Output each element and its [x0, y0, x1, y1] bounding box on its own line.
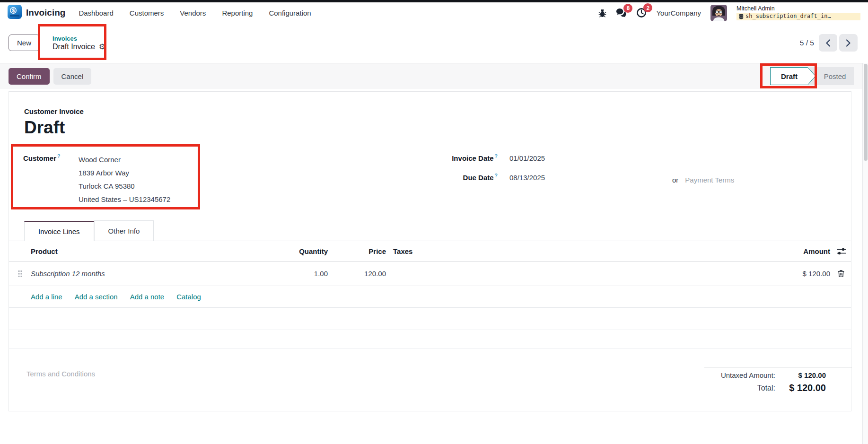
pager-count: 5 / 5: [800, 39, 814, 47]
activities-clock-icon[interactable]: 2: [636, 8, 647, 18]
due-date-label: Due Date?: [442, 173, 498, 182]
app-brand[interactable]: $ Invoicing: [8, 5, 65, 21]
or-label: or: [672, 176, 678, 184]
add-line-link[interactable]: Add a line: [31, 293, 62, 301]
menu-vendors[interactable]: Vendors: [180, 9, 206, 17]
total-value: $ 120.00: [775, 383, 826, 393]
col-header-amount[interactable]: Amount: [737, 247, 830, 255]
dates-fields: Invoice Date? 01/01/2025 Due Date? 08/13…: [442, 153, 545, 182]
untaxed-amount-label: Untaxed Amount:: [704, 371, 775, 379]
payment-terms-field: or Payment Terms: [672, 176, 734, 184]
menu-reporting[interactable]: Reporting: [222, 9, 253, 17]
tab-other-info[interactable]: Other Info: [94, 220, 154, 241]
scrollbar-thumb[interactable]: [864, 64, 868, 161]
trash-icon: [837, 270, 845, 278]
database-indicator: sh_subscription_draft_in…: [736, 13, 860, 20]
line-actions-row: Add a line Add a section Add a note Cata…: [9, 286, 851, 308]
line-amount-cell: $ 120.00: [737, 270, 830, 278]
breadcrumb: Invoices Draft Invoice ⚙︎: [53, 35, 105, 51]
line-quantity-cell[interactable]: 1.00: [245, 270, 328, 278]
menu-customers[interactable]: Customers: [130, 9, 164, 17]
delete-line-button[interactable]: [830, 270, 852, 278]
add-section-link[interactable]: Add a section: [75, 293, 118, 301]
optional-columns-button[interactable]: [830, 247, 852, 255]
customer-label: Customer?: [23, 153, 79, 206]
terms-and-conditions-input[interactable]: Terms and Conditions: [26, 370, 95, 378]
record-pager: 5 / 5: [800, 34, 858, 52]
user-menu[interactable]: Mitchell Admin sh_subscription_draft_in…: [736, 5, 860, 20]
line-product-cell[interactable]: Subscription 12 months: [31, 270, 245, 278]
help-question-icon: ?: [57, 153, 60, 159]
catalog-link[interactable]: Catalog: [176, 293, 201, 301]
vertical-scrollbar[interactable]: [862, 63, 868, 444]
untaxed-amount-value: $ 120.00: [775, 371, 826, 379]
cancel-button[interactable]: Cancel: [53, 68, 92, 85]
activities-badge: 2: [643, 3, 652, 12]
notebook-tabs: Invoice Lines Other Info: [9, 220, 851, 241]
col-header-taxes[interactable]: Taxes: [386, 247, 737, 255]
due-date-input[interactable]: 08/13/2025: [509, 174, 545, 182]
new-button[interactable]: New: [9, 35, 40, 51]
help-question-icon: ?: [495, 153, 498, 159]
invoice-date-input[interactable]: 01/01/2025: [509, 154, 545, 162]
customer-value: Wood Corner 1839 Arbor Way Turlock CA 95…: [79, 153, 170, 206]
table-header-row: Product Quantity Price Taxes Amount: [9, 241, 851, 261]
totals-block: Untaxed Amount: $ 120.00 Total: $ 120.00: [704, 367, 852, 393]
state-widget: Draft Posted: [770, 67, 854, 85]
invoice-date-field: Invoice Date? 01/01/2025: [442, 153, 545, 162]
main-menu: Dashboard Customers Vendors Reporting Co…: [79, 9, 311, 17]
customer-address-line: 1839 Arbor Way: [79, 166, 170, 180]
user-name: Mitchell Admin: [736, 5, 860, 12]
tab-invoice-lines[interactable]: Invoice Lines: [24, 221, 94, 241]
user-avatar[interactable]: [710, 5, 727, 21]
col-header-price[interactable]: Price: [328, 247, 386, 255]
debug-bug-icon[interactable]: [598, 9, 606, 17]
breadcrumb-invoices-link[interactable]: Invoices: [53, 35, 105, 42]
menu-dashboard[interactable]: Dashboard: [79, 9, 113, 17]
messages-icon[interactable]: 8: [616, 8, 627, 18]
top-navbar: $ Invoicing Dashboard Customers Vendors …: [0, 2, 868, 23]
drag-handle-icon[interactable]: [9, 270, 31, 278]
state-draft[interactable]: Draft: [770, 67, 816, 85]
line-price-cell[interactable]: 120.00: [328, 270, 386, 278]
sliders-icon: [836, 247, 846, 255]
add-note-link[interactable]: Add a note: [130, 293, 165, 301]
form-status-bar: Confirm Cancel Draft Posted: [0, 63, 862, 89]
document-type-label: Customer Invoice: [24, 107, 84, 115]
invoice-line-row[interactable]: Subscription 12 months 1.00 120.00 $ 120…: [9, 261, 851, 286]
svg-text:$: $: [12, 8, 15, 13]
invoicing-app-icon: $: [8, 5, 22, 21]
database-icon: [739, 14, 744, 19]
confirm-button[interactable]: Confirm: [9, 68, 50, 85]
empty-table-row: [9, 308, 851, 330]
col-header-quantity[interactable]: Quantity: [245, 247, 328, 255]
company-switcher[interactable]: YourCompany: [656, 9, 701, 17]
state-posted[interactable]: Posted: [816, 67, 854, 85]
total-label: Total:: [704, 384, 775, 392]
payment-terms-input[interactable]: Payment Terms: [685, 176, 734, 184]
chevron-left-icon: [825, 39, 831, 47]
invoice-state-title: Draft: [24, 118, 65, 138]
invoice-date-label: Invoice Date?: [442, 153, 498, 162]
messages-badge: 8: [623, 4, 632, 13]
empty-table-row: [9, 330, 851, 349]
pager-next-button[interactable]: [839, 34, 858, 52]
chevron-right-icon: [846, 39, 851, 47]
control-panel: New Invoices Draft Invoice ⚙︎ 5 / 5: [0, 23, 866, 63]
invoice-lines-table: Product Quantity Price Taxes Amount: [9, 241, 851, 349]
navbar-right: 8 2 YourCompany: [598, 5, 860, 21]
app-title: Invoicing: [26, 8, 65, 18]
customer-address-line: United States – US12345672: [79, 193, 170, 206]
breadcrumb-current: Draft Invoice: [53, 43, 95, 51]
help-question-icon: ?: [495, 173, 498, 178]
menu-configuration[interactable]: Configuration: [269, 9, 311, 17]
actions-gear-icon[interactable]: ⚙︎: [99, 43, 105, 51]
due-date-field: Due Date? 08/13/2025: [442, 173, 545, 182]
col-header-product[interactable]: Product: [31, 247, 245, 255]
customer-address-line: Turlock CA 95380: [79, 180, 170, 193]
odoo-invoicing-screen: $ Invoicing Dashboard Customers Vendors …: [0, 0, 868, 444]
invoice-form-sheet: Customer Invoice Draft Customer? Wood Co…: [9, 91, 851, 411]
pager-previous-button[interactable]: [819, 34, 837, 52]
customer-name-input[interactable]: Wood Corner: [79, 153, 170, 166]
customer-field: Customer? Wood Corner 1839 Arbor Way Tur…: [23, 153, 170, 206]
